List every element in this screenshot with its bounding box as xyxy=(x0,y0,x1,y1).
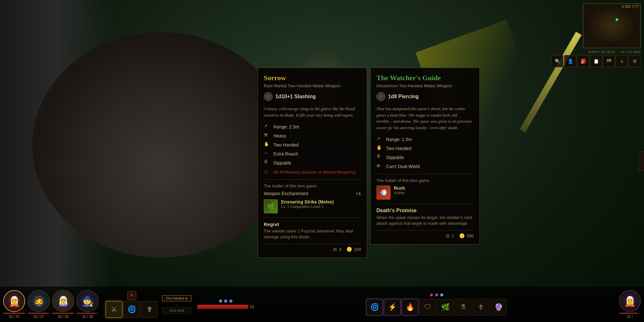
hud-settings-icon[interactable]: ⚙ xyxy=(629,55,641,67)
watcher-damage: 1d8 Piercing xyxy=(388,94,419,99)
sorrow-enchant-label: Weapon Enchantment xyxy=(264,191,308,196)
skill-6[interactable]: ⚗ xyxy=(455,299,471,316)
hp-bar-last xyxy=(619,313,638,314)
hud-search-icon[interactable]: 🔍 xyxy=(551,55,564,67)
ensnaring-strike-icon: 🌿 xyxy=(264,199,278,213)
skill-1[interactable]: 🌀 xyxy=(366,299,383,316)
hp-bar-wrap-3 xyxy=(52,313,74,314)
portrait-1[interactable]: 🧝 31 / 31 xyxy=(3,290,25,318)
watcher-ability-type: Action xyxy=(394,191,405,195)
sorrow-gold: 🪙 100 xyxy=(346,247,361,252)
skill-2[interactable]: ⚡ xyxy=(384,299,401,316)
watcher-footer: ⚖ 1 🪙 200 xyxy=(376,230,474,238)
portrait-4[interactable]: 🧙 31 / 36 xyxy=(77,290,99,318)
minimap-inner: X:181 Y:77 xyxy=(583,4,640,48)
portrait-hp-2: 25 / 27 xyxy=(28,315,50,318)
portrait-img-last: 🧝 xyxy=(619,290,641,312)
portrait-hp-4: 31 / 36 xyxy=(77,315,99,318)
portrait-img-3: 🧝‍♀️ xyxy=(52,290,74,312)
dungeon-floor xyxy=(32,32,290,258)
hp-bar-main xyxy=(197,305,249,309)
sorrow-stat-twohanded: ✋ Two Handed xyxy=(264,141,361,148)
portrait-last[interactable]: 🧝 31 / xyxy=(619,290,641,318)
right-scroll-tab[interactable]: › xyxy=(638,151,644,171)
hud-map-icon[interactable]: 🗺 xyxy=(603,55,615,67)
nodual-icon: ⊗ xyxy=(376,163,384,170)
ap-section: 31 xyxy=(197,299,254,309)
action-bar-section: ✕ ⚔ 🌀 🗡 xyxy=(106,291,158,318)
sorrow-holder-text: The holder of this item gains: xyxy=(264,184,361,188)
wield-mode-section: One Handed ⊕ — Dual wield xyxy=(162,295,191,314)
portrait-hp-3: 26 / 26 xyxy=(52,315,74,318)
hp-bar-3 xyxy=(52,313,74,314)
skill-3[interactable]: 🔥 xyxy=(402,299,418,316)
hud-character-icon[interactable]: 👤 xyxy=(564,55,576,67)
sorrow-ability-row: 🌿 Ensnaring Strike (Melee) Lv. 1 Conjura… xyxy=(264,199,361,213)
watcher-ability-name: Rush xyxy=(394,185,405,191)
watcher-weight-icon: ⚖ xyxy=(446,233,450,238)
hp-bar-wrap-2 xyxy=(28,313,50,314)
skill-button-2[interactable]: 🗡 xyxy=(141,301,158,318)
portrait-img-2: 🧔 xyxy=(28,290,50,312)
sorrow-ability-info: Ensnaring Strike (Melee) Lv. 1 Conjurati… xyxy=(281,199,334,209)
skill-row: 🌀 ⚡ 🔥 🛡 🌿 ⚗ 🗡 🔮 xyxy=(366,299,507,316)
ap-dots xyxy=(219,299,232,303)
watcher-damage-row: ⬡ 1d8 Piercing xyxy=(376,92,474,101)
watcher-damage-icon: ⬡ xyxy=(376,92,385,101)
hud-combat-icon[interactable]: ⚔ xyxy=(616,55,628,67)
skill-5[interactable]: 🌿 xyxy=(437,299,454,316)
cancel-row: ✕ xyxy=(127,291,136,300)
sorrow-ability-name: Ensnaring Strike (Melee) xyxy=(281,199,334,204)
sorrow-stat-reach: ↔ Extra Reach xyxy=(264,150,361,157)
watcher-range-icon: ↗ xyxy=(376,136,384,143)
skill-8[interactable]: 🔮 xyxy=(490,299,507,316)
version-text: v4.1.83.6620 xyxy=(620,50,641,54)
skill-button-1[interactable]: 🌀 xyxy=(123,301,140,318)
sorrow-gold-val: 100 xyxy=(354,247,361,252)
watcher-stat-range: ↗ Range: 1.5m xyxy=(376,136,474,143)
watcher-ability-info: Rush Action xyxy=(394,185,405,195)
minimap[interactable]: X:181 Y:77 xyxy=(583,3,641,48)
one-handed-button[interactable]: One Handed ⊕ xyxy=(162,295,191,301)
hp-bar-1 xyxy=(3,313,25,314)
ap-dot-2 xyxy=(224,299,227,303)
watcher-dippable: Dippable xyxy=(386,155,404,160)
attack-button[interactable]: ⚔ xyxy=(106,301,122,318)
skill-7[interactable]: 🗡 xyxy=(472,299,489,316)
sorrow-twohanded: Two Handed xyxy=(273,142,299,147)
watcher-type: Uncommon Two-Handed Melee Weapon xyxy=(376,83,474,88)
watcher-dippable-icon: 🛢 xyxy=(376,154,384,161)
cancel-button[interactable]: ✕ xyxy=(127,291,136,300)
sorrow-stat-dippable: 🛢 Dippable xyxy=(264,159,361,166)
sorrow-passive-title: Regret xyxy=(264,222,361,227)
portrait-2[interactable]: 🧔 25 / 27 xyxy=(28,290,50,318)
hp-bar-4 xyxy=(77,313,95,314)
sorrow-divider2 xyxy=(264,217,361,218)
rush-icon: 💨 xyxy=(376,185,391,200)
portrait-3[interactable]: 🧝‍♀️ 26 / 26 xyxy=(52,290,74,318)
sorrow-damage-icon: ⬡ xyxy=(264,92,273,101)
bottom-hud: 🧝 31 / 31 🧔 25 / 27 🧝‍♀️ 26 / xyxy=(0,287,644,322)
watcher-range: Range: 1.5m xyxy=(386,137,412,142)
watcher-stat-dippable: 🛢 Dippable xyxy=(376,154,474,161)
sorrow-damage: 1d10+1 Slashing xyxy=(275,94,316,99)
tooltip-watcher: The Watcher's Guide Uncommon Two-Handed … xyxy=(370,68,480,244)
hud-journal-icon[interactable]: 📋 xyxy=(590,55,602,67)
skill-4[interactable]: 🛡 xyxy=(419,299,436,316)
access-label: EARLY ACCESS xyxy=(589,50,615,54)
warning-icon: ⚠ xyxy=(264,168,271,175)
rush-icon-inner: 💨 xyxy=(377,186,390,199)
minimap-coords: X:181 Y:77 xyxy=(621,5,639,8)
watcher-weight-val: 1 xyxy=(452,233,454,238)
hud-inventory-icon[interactable]: 🎒 xyxy=(577,55,589,67)
watcher-description: Time has dampened this spear's sheen, bu… xyxy=(376,106,474,131)
watcher-gold-val: 200 xyxy=(467,233,474,238)
gem-2 xyxy=(435,293,438,297)
watcher-ability-row: 💨 Rush Action xyxy=(376,185,474,200)
dual-wield-button[interactable]: Dual wield xyxy=(162,308,191,314)
wield-separator: — xyxy=(175,302,179,307)
sorrow-ability-detail: Lv. 1 Conjuration Level 1 xyxy=(281,204,334,209)
sorrow-stat-range: ↗ Range: 2.5m xyxy=(264,123,361,130)
gold-icon: 🪙 xyxy=(346,247,352,252)
sorrow-enchant-bonus: +1 xyxy=(356,191,361,196)
